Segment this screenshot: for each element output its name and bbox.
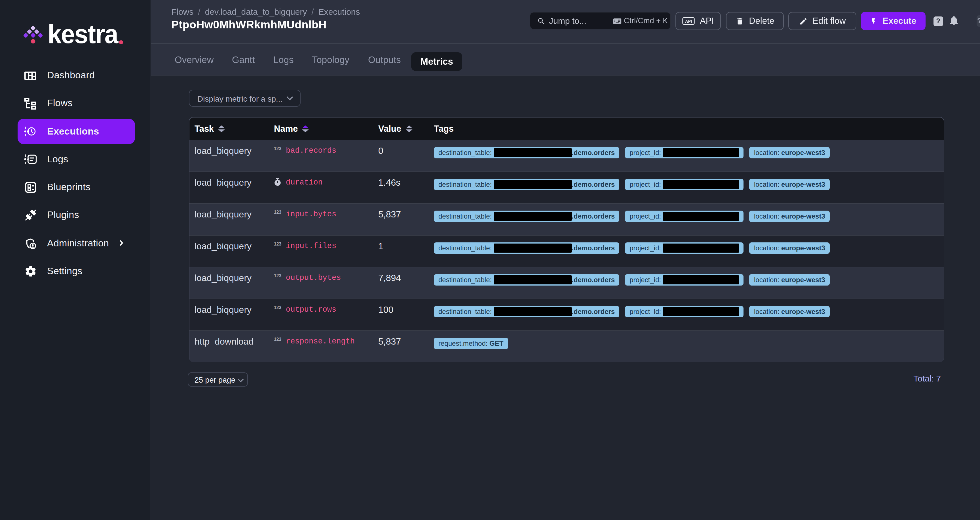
svg-text:API: API bbox=[685, 19, 692, 24]
